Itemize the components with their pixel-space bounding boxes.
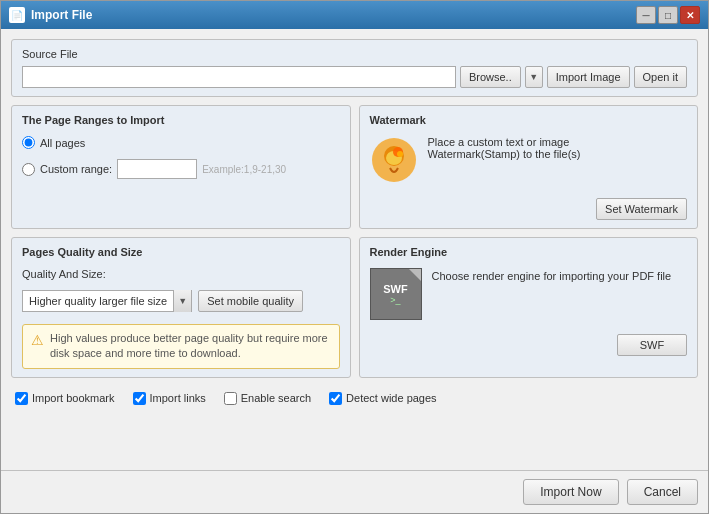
detect-wide-checkbox[interactable]: [329, 392, 342, 405]
bottom-middle-row: Pages Quality and Size Quality And Size:…: [11, 237, 698, 378]
watermark-icon: [370, 136, 418, 184]
quality-and-size-label: Quality And Size:: [22, 268, 340, 280]
custom-range-placeholder: Example:1,9-21,30: [202, 164, 286, 175]
import-file-window: 📄 Import File ─ □ ✕ Source File Browse..…: [0, 0, 709, 514]
set-watermark-button[interactable]: Set Watermark: [596, 198, 687, 220]
custom-range-label: Custom range:: [40, 163, 112, 175]
page-ranges-section: The Page Ranges to Import All pages Cust…: [11, 105, 351, 229]
open-it-button[interactable]: Open it: [634, 66, 687, 88]
browse-button[interactable]: Browse..: [460, 66, 521, 88]
source-file-row: Browse.. ▼ Import Image Open it: [22, 66, 687, 88]
quality-select-text: Higher quality larger file size: [23, 295, 173, 307]
warning-icon: ⚠: [31, 332, 44, 348]
import-now-button[interactable]: Import Now: [523, 479, 618, 505]
detect-wide-label: Detect wide pages: [346, 392, 437, 404]
source-file-label: Source File: [22, 48, 687, 60]
source-file-input[interactable]: [22, 66, 456, 88]
middle-row: The Page Ranges to Import All pages Cust…: [11, 105, 698, 229]
swf-engine-button[interactable]: SWF: [617, 334, 687, 356]
all-pages-label: All pages: [40, 137, 85, 149]
swf-label: SWF: [383, 283, 407, 295]
quality-section: Pages Quality and Size Quality And Size:…: [11, 237, 351, 378]
enable-search-label: Enable search: [241, 392, 311, 404]
warning-text: High values produce better page quality …: [50, 331, 331, 362]
checkboxes-row: Import bookmark Import links Enable sear…: [11, 386, 698, 411]
render-description: Choose render engine for importing your …: [432, 268, 672, 285]
render-engine-section: Render Engine SWF >_ Choose render engin…: [359, 237, 699, 378]
svg-point-4: [397, 151, 403, 157]
quality-select-wrapper[interactable]: Higher quality larger file size ▼: [22, 290, 192, 312]
title-bar: 📄 Import File ─ □ ✕: [1, 1, 708, 29]
source-file-section: Source File Browse.. ▼ Import Image Open…: [11, 39, 698, 97]
render-btn-row: SWF: [370, 334, 688, 356]
import-links-label: Import links: [150, 392, 206, 404]
close-button[interactable]: ✕: [680, 6, 700, 24]
bottom-bar: Import Now Cancel: [1, 470, 708, 513]
import-bookmark-item: Import bookmark: [15, 392, 115, 405]
render-title: Render Engine: [370, 246, 688, 258]
swf-corner: [409, 269, 421, 281]
watermark-title: Watermark: [370, 114, 688, 126]
all-pages-radio[interactable]: [22, 136, 35, 149]
import-links-checkbox[interactable]: [133, 392, 146, 405]
custom-range-radio[interactable]: [22, 163, 35, 176]
watermark-desc-line2: Watermark(Stamp) to the file(s): [428, 148, 581, 160]
custom-range-input[interactable]: [117, 159, 197, 179]
enable-search-checkbox[interactable]: [224, 392, 237, 405]
swf-cmd: >_: [390, 295, 400, 305]
maximize-button[interactable]: □: [658, 6, 678, 24]
detect-wide-item: Detect wide pages: [329, 392, 437, 405]
import-bookmark-checkbox[interactable]: [15, 392, 28, 405]
watermark-desc-line1: Place a custom text or image: [428, 136, 581, 148]
watermark-section: Watermark Place a custom text or image W…: [359, 105, 699, 229]
watermark-content: Place a custom text or image Watermark(S…: [370, 136, 688, 184]
import-links-item: Import links: [133, 392, 206, 405]
enable-search-item: Enable search: [224, 392, 311, 405]
page-ranges-title: The Page Ranges to Import: [22, 114, 340, 126]
quality-select-arrow[interactable]: ▼: [173, 290, 191, 312]
import-image-button[interactable]: Import Image: [547, 66, 630, 88]
cancel-button[interactable]: Cancel: [627, 479, 698, 505]
quality-row: Higher quality larger file size ▼ Set mo…: [22, 290, 340, 312]
watermark-description: Place a custom text or image Watermark(S…: [428, 136, 581, 160]
all-pages-row: All pages: [22, 136, 340, 149]
title-bar-controls: ─ □ ✕: [636, 6, 700, 24]
minimize-button[interactable]: ─: [636, 6, 656, 24]
custom-range-row: Custom range: Example:1,9-21,30: [22, 159, 340, 179]
watermark-btn-row: Set Watermark: [370, 198, 688, 220]
warning-box: ⚠ High values produce better page qualit…: [22, 324, 340, 369]
window-body: Source File Browse.. ▼ Import Image Open…: [1, 29, 708, 470]
window-icon: 📄: [9, 7, 25, 23]
render-content: SWF >_ Choose render engine for importin…: [370, 268, 688, 320]
set-mobile-quality-button[interactable]: Set mobile quality: [198, 290, 303, 312]
quality-title: Pages Quality and Size: [22, 246, 340, 258]
window-title: Import File: [31, 8, 636, 22]
swf-file-icon: SWF >_: [370, 268, 422, 320]
browse-dropdown-button[interactable]: ▼: [525, 66, 543, 88]
import-bookmark-label: Import bookmark: [32, 392, 115, 404]
